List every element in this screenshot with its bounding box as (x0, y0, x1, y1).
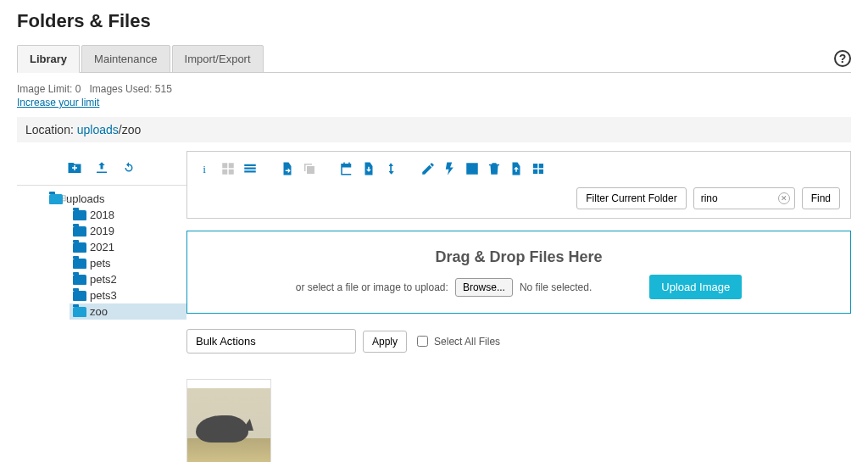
tab-maintenance[interactable]: Maintenance (81, 45, 170, 73)
dropzone[interactable]: Drag & Drop Files Here or select a file … (186, 231, 851, 314)
import-file-icon[interactable] (279, 160, 296, 177)
tree-item-2021[interactable]: 2021 (70, 239, 186, 255)
tab-import-export[interactable]: Import/Export (172, 45, 264, 73)
folder-icon (73, 275, 86, 285)
info-icon[interactable]: i (198, 160, 214, 177)
dropzone-heading: Drag & Drop Files Here (201, 248, 837, 266)
new-folder-icon[interactable] (66, 159, 83, 176)
tree-item-2018[interactable]: 2018 (70, 207, 186, 223)
folder-icon (73, 242, 86, 253)
copy-icon[interactable] (301, 160, 318, 177)
increase-limit-link[interactable]: Increase your limit (17, 97, 851, 109)
toolbar: i (186, 151, 851, 219)
page-title: Folders & Files (17, 10, 851, 32)
select-all-checkbox[interactable] (417, 336, 428, 347)
image-icon[interactable] (464, 160, 481, 177)
tree-item-pets[interactable]: pets (70, 255, 186, 271)
trash-icon[interactable] (486, 160, 503, 177)
folder-icon (49, 194, 63, 204)
list-view-icon[interactable] (242, 160, 259, 177)
bulk-actions-select[interactable]: Bulk Actions (186, 329, 356, 353)
browse-button[interactable]: Browse... (455, 278, 513, 297)
organize-icon[interactable] (530, 160, 547, 177)
folder-icon (73, 210, 86, 220)
help-icon[interactable]: ? (834, 50, 851, 67)
edit-icon[interactable] (420, 160, 437, 177)
tree-item-2019[interactable]: 2019 (70, 223, 186, 239)
bolt-icon[interactable] (442, 160, 459, 177)
apply-button[interactable]: Apply (363, 331, 407, 353)
folder-icon (73, 307, 86, 317)
file-download-icon[interactable] (360, 160, 377, 177)
svg-text:i: i (203, 163, 206, 175)
folder-tree: ⊟… uploads 2018 2019 2021 pets pets2 pet… (17, 191, 186, 320)
upload-image-button[interactable]: Upload Image (649, 275, 742, 299)
grid-view-icon[interactable] (220, 160, 236, 177)
rhino-image (196, 415, 248, 443)
find-button[interactable]: Find (802, 187, 840, 209)
sidebar: ⊟… uploads 2018 2019 2021 pets pets2 pet… (17, 151, 186, 325)
breadcrumb: Location: uploads/zoo (17, 117, 851, 142)
tree-item-pets2[interactable]: pets2 (70, 271, 186, 287)
filter-folder-button[interactable]: Filter Current Folder (576, 187, 686, 209)
upload-icon[interactable] (93, 159, 110, 176)
select-all-label[interactable]: Select All Files (414, 333, 500, 349)
folder-icon (73, 226, 86, 237)
tree-item-pets3[interactable]: pets3 (70, 287, 186, 303)
breadcrumb-uploads-link[interactable]: uploads (77, 123, 119, 136)
calendar-icon[interactable] (338, 160, 355, 177)
bulk-actions-row: Bulk Actions Apply Select All Files (186, 329, 851, 353)
files-grid: rino.jpg (186, 379, 851, 462)
tabs: Library Maintenance Import/Export ? (17, 44, 851, 73)
file-card[interactable]: rino.jpg (186, 379, 271, 462)
folder-icon (73, 259, 86, 269)
folder-icon (73, 291, 86, 301)
main-panel: i (186, 151, 851, 462)
file-up-icon[interactable] (508, 160, 525, 177)
tab-library[interactable]: Library (17, 45, 80, 73)
limits-line: Image Limit: 0 Images Used: 515 (17, 83, 851, 95)
refresh-icon[interactable] (120, 159, 137, 176)
sort-icon[interactable] (382, 160, 399, 177)
clear-search-icon[interactable]: ✕ (778, 192, 790, 204)
tree-item-zoo[interactable]: zoo (70, 303, 186, 320)
file-thumbnail[interactable] (186, 379, 271, 462)
